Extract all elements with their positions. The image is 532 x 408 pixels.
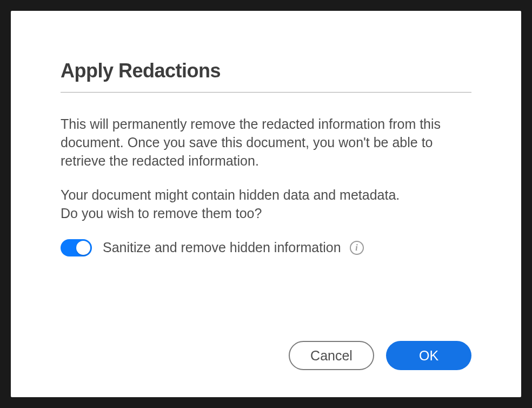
warning-paragraph: This will permanently remove the redacte… <box>61 115 471 170</box>
dialog-title: Apply Redactions <box>61 60 471 82</box>
dialog-button-row: Cancel OK <box>289 341 471 370</box>
toggle-knob <box>76 241 90 255</box>
sanitize-toggle[interactable] <box>61 239 92 256</box>
title-divider <box>61 92 471 93</box>
hidden-data-paragraph: Your document might contain hidden data … <box>61 186 471 223</box>
sanitize-toggle-row: Sanitize and remove hidden information i <box>61 239 471 256</box>
hidden-data-line-1: Your document might contain hidden data … <box>61 187 400 202</box>
ok-button[interactable]: OK <box>386 341 471 370</box>
apply-redactions-dialog: Apply Redactions This will permanently r… <box>11 11 521 397</box>
cancel-button[interactable]: Cancel <box>289 341 374 370</box>
hidden-data-line-2: Do you wish to remove them too? <box>61 206 262 221</box>
info-icon[interactable]: i <box>350 241 364 255</box>
sanitize-toggle-label: Sanitize and remove hidden information <box>103 240 341 255</box>
